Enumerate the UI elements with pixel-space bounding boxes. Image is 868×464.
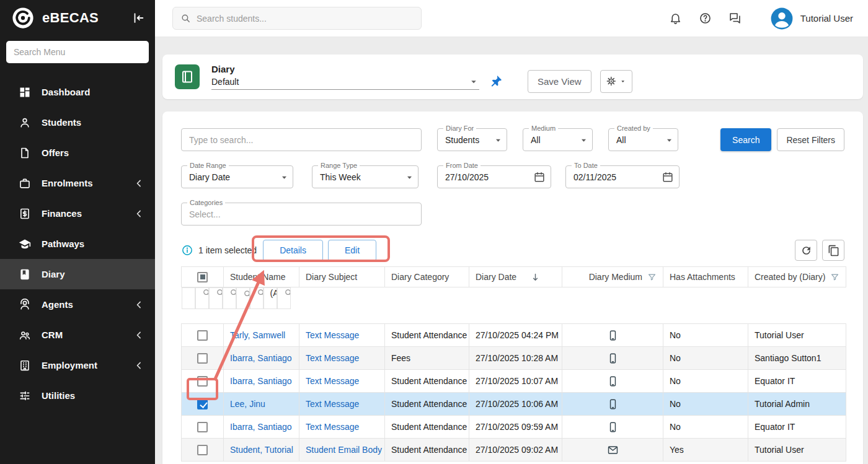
has-attachments-cell: No <box>663 324 748 347</box>
diary-subject-link[interactable]: Text Message <box>306 422 359 432</box>
info-icon <box>181 244 193 256</box>
sidebar-collapse-icon[interactable] <box>131 11 145 25</box>
table-row[interactable]: Ibarra, SantiagoText MessageFees27/10/20… <box>182 347 846 370</box>
created-by-cell: Equator IT <box>748 370 846 393</box>
sidebar-item-offers[interactable]: Offers <box>0 138 155 168</box>
has-attachments-filter[interactable]: (All) <box>264 287 277 309</box>
calendar-icon[interactable] <box>662 171 674 183</box>
column-header-diary-date[interactable]: Diary Date <box>469 267 562 287</box>
medium-select[interactable]: Medium All <box>523 128 593 151</box>
range-type-label: Range Type <box>318 162 360 169</box>
diary-subject-link[interactable]: Text Message <box>306 330 359 340</box>
details-button[interactable]: Details <box>263 240 323 261</box>
diary-medium-filter[interactable] <box>250 287 264 309</box>
filter-icon[interactable] <box>647 273 657 282</box>
student-name-link[interactable]: Student, Tutorial <box>230 445 293 455</box>
search-icon <box>243 289 250 299</box>
student-name-link[interactable]: Ibarra, Santiago <box>230 376 292 386</box>
date-range-select[interactable]: Date Range Diary Date <box>181 165 293 188</box>
sidebar-item-employment[interactable]: Employment <box>0 350 155 380</box>
from-date-field[interactable]: From Date 27/10/2025 <box>437 165 551 188</box>
pin-view-icon[interactable] <box>489 74 503 88</box>
view-select[interactable]: Default <box>211 76 479 90</box>
student-name-link[interactable]: Ibarra, Santiago <box>230 422 292 432</box>
diary-date-filter[interactable] <box>236 287 250 309</box>
refresh-button[interactable] <box>795 240 817 261</box>
to-date-field[interactable]: To Date 02/11/2025 <box>565 165 680 188</box>
categories-select[interactable]: Categories Select... <box>181 203 422 225</box>
medium-value: All <box>531 135 541 145</box>
diary-subject-link[interactable]: Text Message <box>306 399 359 409</box>
row-checkbox[interactable] <box>197 353 208 364</box>
student-name-link[interactable]: Ibarra, Santiago <box>230 353 292 363</box>
user-avatar[interactable] <box>770 7 794 30</box>
column-header-diary-category[interactable]: Diary Category <box>385 267 469 287</box>
sidebar-item-finances[interactable]: Finances <box>0 198 155 229</box>
chat-icon[interactable] <box>728 12 742 25</box>
row-checkbox[interactable] <box>197 376 208 387</box>
range-type-select[interactable]: Range Type This Week <box>312 165 418 188</box>
sidebar-item-label: Finances <box>42 208 82 219</box>
reset-filters-button[interactable]: Reset Filters <box>777 128 844 151</box>
sidebar-item-pathways[interactable]: Pathways <box>0 229 155 259</box>
sidebar-item-dashboard[interactable]: Dashboard <box>0 77 155 107</box>
diary-category-filter[interactable] <box>223 287 236 309</box>
edit-button[interactable]: Edit <box>328 240 376 261</box>
students-search-input[interactable] <box>197 14 414 24</box>
medium-label: Medium <box>529 125 558 132</box>
row-checkbox[interactable] <box>197 422 208 432</box>
search-button[interactable]: Search <box>720 128 771 151</box>
menu-search-input[interactable] <box>6 41 149 63</box>
table-row[interactable]: Tarly, SamwellText MessageStudent Attend… <box>182 324 846 347</box>
student-name-link[interactable]: Tarly, Samwell <box>230 330 285 340</box>
row-checkbox[interactable] <box>197 399 208 409</box>
has-attachments-cell: No <box>663 416 748 439</box>
column-header-diary-medium[interactable]: Diary Medium <box>562 267 663 287</box>
created-by-label: Created by <box>614 125 653 132</box>
to-date-value: 02/11/2025 <box>574 172 616 182</box>
select-all-checkbox[interactable] <box>197 272 208 282</box>
diary-search-input[interactable] <box>181 128 422 151</box>
created-by-select[interactable]: Created by All <box>608 128 678 151</box>
row-checkbox[interactable] <box>197 330 208 341</box>
diary-subject-link[interactable]: Text Message <box>306 353 359 363</box>
sidebar-item-label: Agents <box>42 299 73 310</box>
diary-for-select[interactable]: Diary For Students <box>437 128 507 151</box>
diary-category-cell: Fees <box>385 347 469 370</box>
table-row[interactable]: Ibarra, SantiagoText MessageStudent Atte… <box>182 370 846 393</box>
filter-icon[interactable] <box>830 273 839 282</box>
sidebar-item-utilities[interactable]: Utilities <box>0 380 155 411</box>
sidebar-item-crm[interactable]: CRM <box>0 320 155 350</box>
save-view-button[interactable]: Save View <box>528 70 591 93</box>
view-settings-button[interactable] <box>600 70 632 93</box>
table-row[interactable]: Student, TutorialStudent Email BodyStude… <box>182 439 846 462</box>
column-header-diary-subject[interactable]: Diary Subject <box>299 267 385 287</box>
row-checkbox[interactable] <box>197 445 208 455</box>
diary-subject-filter[interactable] <box>209 287 223 309</box>
sidebar-item-students[interactable]: Students <box>0 107 155 138</box>
help-icon[interactable] <box>699 12 712 25</box>
column-header-has-attachments[interactable]: Has Attachments <box>663 267 748 287</box>
phone-icon <box>607 330 619 341</box>
selection-status: 1 item selected <box>198 245 257 255</box>
students-search[interactable] <box>172 7 422 30</box>
created-by-filter[interactable] <box>277 287 291 309</box>
chevron-down-icon <box>664 135 675 146</box>
diary-subject-link[interactable]: Student Email Body <box>306 445 382 455</box>
table-row[interactable]: Ibarra, SantiagoText MessageStudent Atte… <box>182 416 846 439</box>
table-row[interactable]: Lee, JinuText MessageStudent Attendance2… <box>182 393 846 416</box>
diary-subject-link[interactable]: Text Message <box>306 376 359 386</box>
sidebar-item-agents[interactable]: Agents <box>0 289 155 320</box>
column-header-student-name[interactable]: Student Name <box>224 267 299 287</box>
student-name-link[interactable]: Lee, Jinu <box>230 399 265 409</box>
sidebar-item-enrolments[interactable]: Enrolments <box>0 168 155 198</box>
column-header-created-by[interactable]: Created by (Diary) <box>748 267 846 287</box>
sidebar-item-diary[interactable]: Diary <box>0 259 155 289</box>
sort-descending-icon[interactable] <box>530 272 541 282</box>
notifications-icon[interactable] <box>669 12 682 25</box>
student-name-filter[interactable] <box>195 287 209 309</box>
search-icon <box>257 288 264 297</box>
chevron-left-icon <box>133 359 145 372</box>
copy-button[interactable] <box>822 240 844 261</box>
calendar-icon[interactable] <box>533 171 546 183</box>
